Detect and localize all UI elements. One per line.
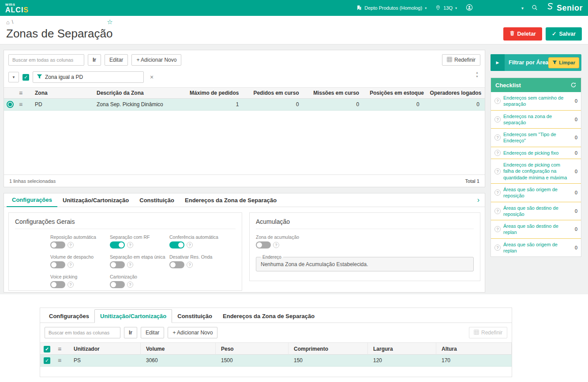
toggle-switch[interactable] (169, 241, 184, 248)
checklist-link[interactable]: Endereços sem "Tipo de Endereço" (503, 131, 572, 144)
help-icon[interactable]: ? (494, 134, 501, 141)
column-header[interactable]: Zona (30, 90, 91, 96)
add-new-button[interactable]: + Adicionar Novo (168, 327, 217, 338)
column-header[interactable]: Posições em estoque (364, 90, 424, 96)
unitizador-table-row[interactable]: ✓ ≡ PS 3060 1500 150 120 170 (40, 355, 512, 367)
play-icon[interactable]: ▶ (491, 54, 505, 71)
header-drag-handle[interactable]: ≡ (55, 343, 68, 355)
help-icon[interactable]: ? (494, 189, 501, 196)
toggle-switch[interactable] (110, 281, 125, 288)
help-icon[interactable]: ? (494, 116, 501, 122)
column-header[interactable]: Máximo de pedidos (184, 90, 244, 96)
select-all-checkbox[interactable]: ✓ (44, 346, 50, 352)
home-icon[interactable]: ⌂ (6, 19, 10, 26)
column-header[interactable]: Largura (368, 343, 436, 355)
edit-button[interactable]: Editar (105, 54, 128, 66)
search-input[interactable] (45, 327, 120, 338)
filter-remove-button[interactable]: × (147, 73, 156, 82)
help-icon[interactable]: ? (127, 262, 133, 268)
column-header[interactable]: Unitizador (68, 343, 141, 355)
tab-configuracoes[interactable]: Configurações (7, 193, 57, 207)
tab-unitizacao[interactable]: Unitização/Cartonização (57, 193, 134, 207)
column-header[interactable]: Altura (436, 343, 512, 355)
column-header[interactable]: Descrição da Zona (91, 90, 184, 96)
checklist-link[interactable]: Áreas que são destino de replan (503, 223, 572, 236)
tabbar-scroll-chevron[interactable]: › (477, 196, 482, 204)
user-menu[interactable] (466, 4, 473, 12)
zone-table-row[interactable]: ≡ PD Zona Sep. Picking Dinâmico 1 0 0 0 … (4, 99, 485, 111)
checklist-item: ? Áreas que são origem de reposição 0 (491, 184, 581, 202)
toggle-switch[interactable] (110, 241, 125, 248)
wms-alcis-logo[interactable]: wms ALCIS (5, 3, 29, 14)
help-icon[interactable]: ? (494, 98, 501, 104)
tab-unitizacao[interactable]: Unitização/Cartonização (94, 309, 172, 323)
search-input[interactable] (8, 54, 84, 66)
tab-enderecos[interactable]: Endereços da Zona de Separação (180, 193, 282, 207)
help-icon[interactable]: ? (67, 262, 74, 268)
clear-area-filter-button[interactable]: Limpar (548, 57, 579, 68)
go-button[interactable]: Ir (88, 54, 101, 66)
reset-button[interactable]: Redefinir (442, 54, 480, 66)
checklist-link[interactable]: Endereços de picking com falha de config… (503, 162, 572, 181)
department-selector[interactable]: Depto Produtos (Homolog) ▾ (356, 5, 427, 11)
checklist-link[interactable]: Endereços sem caminho de separação (503, 95, 572, 108)
tab-constituicao[interactable]: Constituição (134, 193, 180, 207)
go-button[interactable]: Ir (124, 327, 137, 338)
tab-enderecos[interactable]: Endereços da Zona de Separação (217, 310, 320, 323)
help-icon[interactable]: ? (494, 150, 501, 156)
tab-configuracoes[interactable]: Configurações (44, 310, 94, 323)
help-icon[interactable]: ? (187, 262, 193, 268)
favorite-star-icon[interactable]: ☆ (107, 18, 112, 26)
header-drag-handle[interactable]: ≡ (16, 89, 30, 96)
checklist-link[interactable]: Áreas que são origem de reposição (503, 186, 572, 199)
add-new-button[interactable]: + Adicionar Novo (131, 54, 181, 66)
spinner-down-icon[interactable]: ▼ (475, 74, 479, 78)
checklist-link[interactable]: Endereços na zona de separação (503, 113, 572, 126)
column-header[interactable]: Missões em curso (304, 90, 364, 96)
filter-by-area-bar[interactable]: ▶ Filtrar por Área Limpar (491, 54, 581, 71)
help-icon[interactable]: ? (494, 245, 501, 251)
help-icon[interactable]: ? (187, 242, 193, 248)
checklist-link[interactable]: Áreas que são destino de reposição (503, 205, 572, 218)
filter-expression-chip[interactable]: Zona igual a PD (33, 71, 144, 83)
toggle-switch[interactable] (50, 281, 65, 288)
help-icon[interactable]: ? (127, 242, 133, 248)
location-selector[interactable]: 13Q ▾ (435, 5, 457, 11)
search-icon[interactable] (532, 4, 538, 12)
column-header[interactable]: Operadores logados (425, 90, 485, 96)
column-header[interactable]: Volume (141, 343, 216, 355)
toggle-switch[interactable] (50, 261, 65, 268)
help-icon[interactable]: ? (127, 282, 133, 288)
filter-dropdown-button[interactable]: ▼ (8, 72, 19, 82)
toggle-switch[interactable] (169, 261, 184, 268)
column-header[interactable]: Comprimento (288, 343, 368, 355)
reset-button[interactable]: Redefinir (469, 327, 507, 338)
delete-button[interactable]: Deletar (503, 27, 542, 41)
help-icon[interactable]: ? (67, 282, 74, 288)
help-icon[interactable]: ? (494, 208, 501, 214)
help-icon[interactable]: ? (273, 242, 279, 248)
row-drag-handle[interactable]: ≡ (16, 101, 30, 108)
toggle-switch[interactable] (50, 241, 65, 248)
spinner-up-icon[interactable]: ▲ (475, 70, 479, 74)
row-checkbox[interactable]: ✓ (44, 357, 50, 364)
row-radio-selected[interactable] (7, 101, 14, 108)
tab-constituicao[interactable]: Constituição (172, 310, 217, 323)
help-icon[interactable]: ? (494, 168, 501, 174)
toggle-switch[interactable] (110, 261, 125, 268)
help-icon[interactable]: ? (494, 226, 501, 232)
save-button[interactable]: ✓ Salvar (546, 27, 582, 41)
column-header[interactable]: Peso (216, 343, 288, 355)
column-header[interactable]: Pedidos em curso (244, 90, 304, 96)
filter-by-area-label: Filtrar por Área (509, 59, 548, 66)
toggle-switch[interactable] (256, 241, 271, 248)
refresh-icon[interactable] (570, 82, 577, 88)
help-icon[interactable]: ? (67, 242, 74, 248)
topbar-dropdown-chevron[interactable]: ▾ (521, 6, 524, 11)
filter-checkbox[interactable]: ✓ (22, 74, 29, 81)
checklist-link[interactable]: Áreas que são origem de replan (503, 241, 572, 254)
checklist-link[interactable]: Endereços de picking fixo (503, 150, 572, 156)
edit-button[interactable]: Editar (141, 327, 164, 338)
senior-logo[interactable]: Senior (546, 2, 583, 14)
row-drag-handle[interactable]: ≡ (55, 357, 68, 364)
